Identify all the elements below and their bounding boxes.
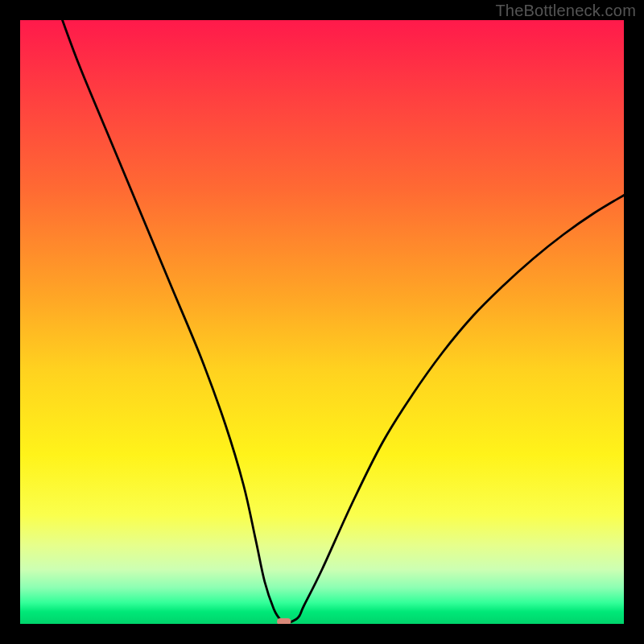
plot-area <box>20 20 624 624</box>
watermark-text: TheBottleneck.com <box>495 2 636 20</box>
curve-svg <box>20 20 624 624</box>
bottleneck-curve <box>63 20 625 624</box>
optimal-point-marker <box>277 618 291 624</box>
chart-frame: TheBottleneck.com <box>0 0 644 644</box>
